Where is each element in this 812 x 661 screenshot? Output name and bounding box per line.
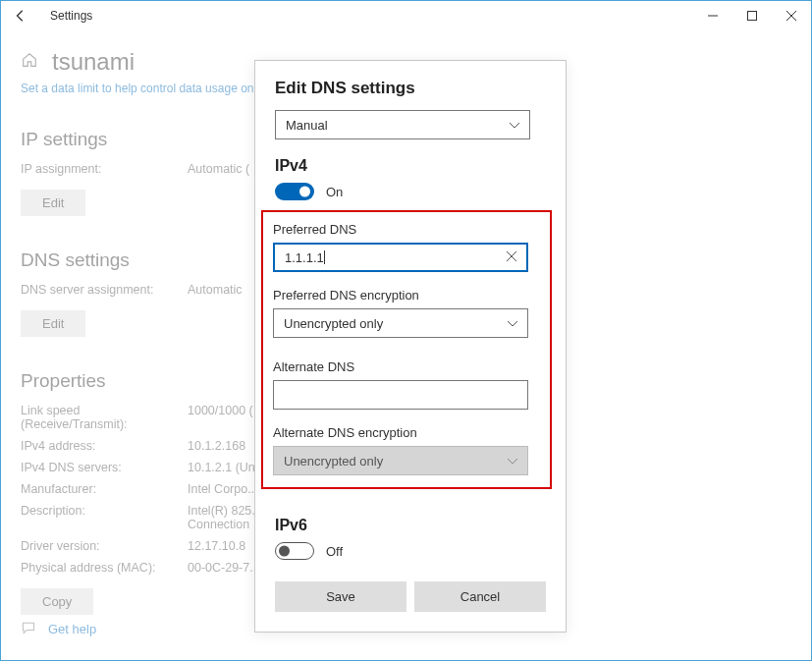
- prop-key: Link speed (Receive/Transmit):: [21, 404, 188, 431]
- dialog-title: Edit DNS settings: [275, 79, 546, 98]
- svg-rect-1: [748, 12, 757, 21]
- dns-assignment-label: DNS server assignment:: [21, 283, 188, 297]
- prop-val: 10.1.2.168: [188, 439, 245, 453]
- ip-assignment-value: Automatic (: [188, 162, 249, 176]
- ipv4-heading: IPv4: [275, 157, 546, 175]
- dns-edit-button[interactable]: Edit: [21, 310, 85, 337]
- minimize-button[interactable]: [693, 1, 732, 30]
- dns-assignment-value: Automatic: [188, 283, 243, 297]
- get-help-label: Get help: [48, 622, 96, 636]
- page-title: tsunami: [52, 48, 135, 76]
- alternate-dns-encryption-label: Alternate DNS encryption: [273, 425, 540, 440]
- cancel-button[interactable]: Cancel: [414, 581, 546, 612]
- prop-val: Intel Corpo...: [188, 482, 258, 496]
- prop-key: Description:: [21, 504, 188, 531]
- prop-val: Intel(R) 825... Connection: [188, 504, 262, 531]
- ip-edit-button[interactable]: Edit: [21, 190, 85, 216]
- ipv6-toggle[interactable]: [275, 542, 314, 560]
- preferred-dns-input[interactable]: 1.1.1.1: [273, 243, 528, 272]
- home-icon[interactable]: [21, 51, 38, 74]
- select-value: Manual: [286, 118, 328, 133]
- select-value: Unencrypted only: [284, 316, 383, 331]
- dns-mode-select[interactable]: Manual: [275, 110, 530, 139]
- prop-val: 12.17.10.8: [188, 539, 245, 553]
- clear-input-icon[interactable]: [507, 250, 516, 264]
- copy-button[interactable]: Copy: [21, 588, 93, 615]
- prop-key: IPv4 address:: [21, 439, 188, 453]
- ipv4-toggle-label: On: [326, 185, 343, 199]
- save-button[interactable]: Save: [275, 581, 406, 612]
- prop-key: IPv4 DNS servers:: [21, 461, 188, 474]
- prop-key: Physical address (MAC):: [21, 561, 188, 575]
- preferred-dns-encryption-select[interactable]: Unencrypted only: [273, 308, 528, 338]
- prop-key: Manufacturer:: [21, 482, 188, 496]
- chat-icon: [21, 620, 36, 638]
- input-value: 1.1.1.1: [285, 250, 324, 265]
- prop-key: Driver version:: [21, 539, 188, 553]
- ip-assignment-label: IP assignment:: [21, 162, 188, 176]
- chevron-down-icon: [510, 119, 519, 131]
- preferred-dns-label: Preferred DNS: [273, 222, 540, 237]
- maximize-button[interactable]: [732, 1, 772, 30]
- ipv6-heading: IPv6: [275, 517, 546, 534]
- highlight-box: Preferred DNS 1.1.1.1 Preferred DNS encr…: [261, 210, 552, 489]
- prop-val: 1000/1000 (: [188, 404, 253, 431]
- alternate-dns-label: Alternate DNS: [273, 359, 540, 374]
- chevron-down-icon: [508, 317, 517, 329]
- alternate-dns-input[interactable]: [273, 380, 528, 410]
- close-button[interactable]: [772, 1, 811, 30]
- select-value: Unencrypted only: [284, 454, 383, 468]
- preferred-dns-encryption-label: Preferred DNS encryption: [273, 288, 540, 303]
- ipv6-toggle-label: Off: [326, 544, 343, 559]
- window-title: Settings: [50, 9, 92, 23]
- ipv4-toggle[interactable]: [275, 183, 314, 200]
- alternate-dns-encryption-select[interactable]: Unencrypted only: [273, 446, 528, 475]
- edit-dns-dialog: Edit DNS settings Manual IPv4 On Preferr…: [254, 60, 567, 633]
- prop-val: 00-0C-29-7...: [188, 561, 260, 575]
- back-button[interactable]: [9, 4, 32, 28]
- chevron-down-icon: [508, 455, 517, 467]
- text-caret: [324, 250, 325, 264]
- get-help-link[interactable]: Get help: [21, 620, 96, 638]
